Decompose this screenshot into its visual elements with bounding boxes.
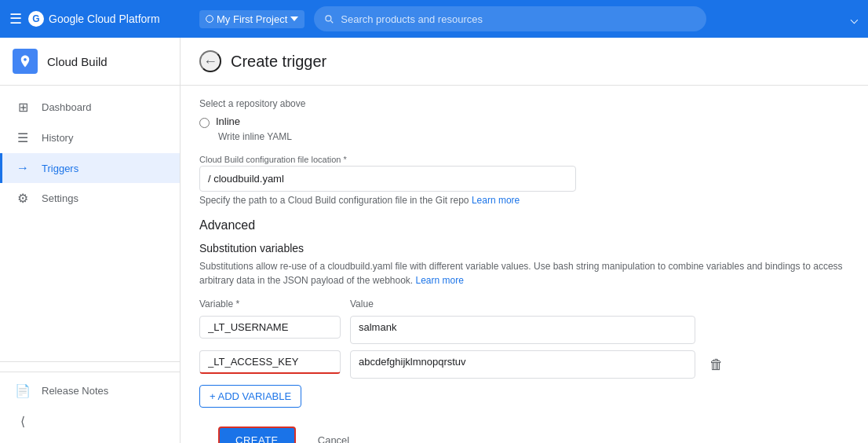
sidebar-item-history-label: History: [42, 132, 73, 144]
inline-radio-group: Inline Write inline YAML: [199, 115, 849, 142]
variable-row-2: abcdefghijklmnopqrstuv 🗑: [199, 350, 849, 379]
sidebar-item-release-notes[interactable]: 📄 Release Notes: [0, 375, 180, 406]
sidebar-item-dashboard-label: Dashboard: [42, 101, 92, 113]
page-title: Create trigger: [231, 53, 326, 71]
sidebar-item-settings-label: Settings: [42, 192, 78, 204]
inline-sublabel: Write inline YAML: [218, 131, 849, 142]
gcp-logo: G Google Cloud Platform: [28, 11, 160, 27]
release-notes-icon: 📄: [15, 383, 31, 398]
sidebar-app-title: Cloud Build: [47, 55, 108, 68]
search-bar[interactable]: Search products and resources: [314, 6, 706, 31]
footer-actions: CREATE Cancel: [199, 414, 849, 443]
config-file-input[interactable]: [199, 166, 576, 192]
variable-value-1[interactable]: salmank: [350, 316, 695, 344]
sidebar-footer: 📄 Release Notes ⟨: [0, 361, 180, 443]
project-icon: [206, 15, 213, 23]
inline-radio-label: Inline: [216, 115, 240, 127]
advanced-section-title: Advanced: [199, 218, 849, 232]
page-header: ← Create trigger: [181, 38, 868, 86]
inline-radio[interactable]: [199, 118, 210, 128]
triggers-icon: →: [15, 161, 31, 175]
sidebar-item-triggers[interactable]: → Triggers: [0, 153, 180, 183]
dashboard-icon: ⊞: [15, 100, 31, 115]
layout: Cloud Build ⊞ Dashboard ☰ History → Trig…: [0, 38, 868, 443]
top-bar-right: ⌵: [850, 10, 859, 27]
value-header: Value: [350, 298, 374, 309]
sidebar-nav: ⊞ Dashboard ☰ History → Triggers ⚙ Setti…: [0, 86, 180, 361]
search-icon: [323, 13, 334, 24]
search-placeholder: Search products and resources: [341, 13, 483, 25]
sidebar-item-dashboard[interactable]: ⊞ Dashboard: [0, 92, 180, 123]
delete-variable-2-button[interactable]: 🗑: [705, 352, 728, 378]
config-file-hint: Specify the path to a Cloud Build config…: [199, 195, 849, 206]
repo-notice: Select a repository above: [199, 98, 849, 109]
learn-more-link-1[interactable]: Learn more: [472, 195, 520, 206]
sidebar-item-release-notes-label: Release Notes: [42, 385, 108, 397]
variable-header: Variable *: [199, 298, 341, 309]
config-file-field-group: Cloud Build configuration file location …: [199, 155, 849, 206]
substitution-desc-text: Substitutions allow re-use of a cloudbui…: [199, 261, 843, 286]
variable-name-2[interactable]: [199, 350, 341, 374]
cancel-button[interactable]: Cancel: [305, 428, 362, 443]
gcp-logo-text: Google Cloud Platform: [49, 13, 160, 25]
menu-icon[interactable]: ☰: [9, 10, 22, 27]
app-icon: [13, 49, 38, 74]
config-file-label: Cloud Build configuration file location …: [199, 155, 849, 164]
variable-row-1: salmank: [199, 316, 849, 344]
history-icon: ☰: [15, 130, 31, 145]
inline-radio-item[interactable]: Inline: [199, 115, 849, 128]
form-content: Select a repository above Inline Write i…: [181, 86, 868, 443]
add-variable-button[interactable]: + ADD VARIABLE: [199, 385, 301, 408]
top-bar: ☰ G Google Cloud Platform My First Proje…: [0, 0, 868, 38]
collapse-icon: ⟨: [15, 414, 31, 429]
back-button[interactable]: ←: [199, 50, 221, 72]
google-g-icon: G: [28, 11, 44, 27]
expand-icon[interactable]: ⌵: [850, 10, 859, 27]
variable-value-2[interactable]: abcdefghijklmnopqrstuv: [350, 350, 695, 379]
main-content: ← Create trigger Select a repository abo…: [181, 38, 868, 443]
sidebar-item-history[interactable]: ☰ History: [0, 123, 180, 153]
project-name: My First Project: [217, 13, 287, 25]
create-button[interactable]: CREATE: [218, 427, 296, 443]
project-selector[interactable]: My First Project: [199, 10, 305, 28]
settings-icon: ⚙: [15, 191, 31, 206]
svg-point-0: [206, 16, 213, 23]
sidebar-item-settings[interactable]: ⚙ Settings: [0, 183, 180, 214]
substitution-desc: Substitutions allow re-use of a cloudbui…: [199, 259, 849, 287]
footer-divider: [0, 372, 180, 372]
sidebar-collapse-item[interactable]: ⟨: [0, 406, 180, 437]
sidebar-header: Cloud Build: [0, 38, 180, 86]
sidebar: Cloud Build ⊞ Dashboard ☰ History → Trig…: [0, 38, 181, 443]
sidebar-item-triggers-label: Triggers: [42, 163, 78, 174]
learn-more-link-2[interactable]: Learn more: [416, 275, 464, 286]
config-file-hint-text: Specify the path to a Cloud Build config…: [199, 195, 469, 206]
variable-name-1[interactable]: [199, 316, 341, 339]
substitution-vars-title: Substitution variables: [199, 242, 849, 254]
variable-headers: Variable * Value: [199, 298, 849, 313]
top-bar-left: ☰ G Google Cloud Platform: [9, 10, 190, 27]
chevron-down-icon: [290, 15, 298, 23]
